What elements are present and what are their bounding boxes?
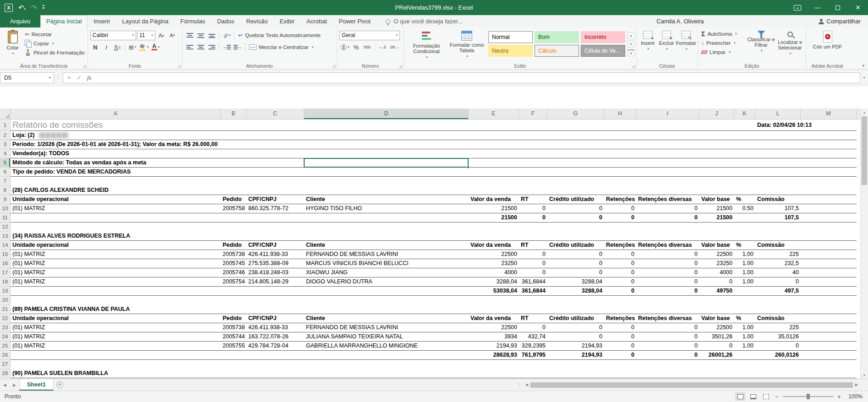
cell-G13[interactable] <box>547 232 604 241</box>
cell-F2[interactable] <box>519 131 547 140</box>
cell-K5[interactable] <box>734 158 755 168</box>
cell-E26[interactable]: 28628,93 <box>469 351 519 360</box>
cell-I20[interactable] <box>636 296 699 305</box>
cell-C17[interactable]: 238.418.248-03 <box>246 268 304 277</box>
cell-H4[interactable] <box>604 149 636 158</box>
cell-F28[interactable] <box>519 369 547 378</box>
cell-L8[interactable] <box>755 186 801 195</box>
cell-H15[interactable]: 0 <box>604 250 636 259</box>
cell-H20[interactable] <box>604 296 636 305</box>
cell-E22[interactable]: Valor da venda <box>469 314 519 323</box>
scroll-up-icon[interactable]: ▲ <box>861 109 868 116</box>
cell-F21[interactable] <box>519 305 547 314</box>
cell-M6[interactable] <box>801 168 857 177</box>
cell-L20[interactable] <box>755 296 801 305</box>
redo-button[interactable]: ↷ <box>31 4 37 11</box>
row-header-10[interactable]: 10 <box>0 204 11 213</box>
cell-I19[interactable]: 0 <box>636 287 699 296</box>
delete-cells-button[interactable]: × Excluir ▾ <box>657 29 676 62</box>
cell-K23[interactable]: 1.00 <box>734 323 755 332</box>
row-header-28[interactable]: 28 <box>0 369 11 378</box>
cell-I3[interactable] <box>636 140 699 149</box>
cell-F14[interactable]: RT <box>519 241 547 250</box>
cell-A16[interactable]: (01) MATRIZ <box>11 259 221 268</box>
sheet-tab-sheet1[interactable]: Sheet1 <box>19 379 54 391</box>
align-middle-button[interactable] <box>196 31 206 40</box>
align-bottom-button[interactable] <box>207 31 217 40</box>
fill-button[interactable]: ↓Preencher▾ <box>700 38 747 48</box>
cell-A11[interactable] <box>11 213 221 223</box>
cell-H16[interactable]: 0 <box>604 259 636 268</box>
cell-F12[interactable] <box>519 223 547 232</box>
cell-B9[interactable]: Pedido <box>221 195 246 204</box>
cell-C13[interactable] <box>246 232 304 241</box>
col-header-I[interactable]: I <box>636 109 699 119</box>
cell-C28[interactable] <box>246 369 304 378</box>
cell-D24[interactable]: JULIANA SAMPAIO TEIXEIRA NATAL <box>304 332 469 342</box>
cell-N28[interactable] <box>857 369 860 378</box>
cell-B18[interactable]: 2005754 <box>221 277 246 287</box>
row-header-13[interactable]: 13 <box>0 232 11 241</box>
tab-arquivo[interactable]: Arquivo <box>0 15 40 27</box>
cell-H17[interactable]: 0 <box>604 268 636 277</box>
cancel-entry-icon[interactable]: × <box>64 74 74 81</box>
sort-filter-button[interactable]: Classificar e Filtrar ▾ <box>747 29 775 62</box>
cell-K17[interactable]: 1.00 <box>734 268 755 277</box>
gallery-down-button[interactable]: ▾ <box>628 41 634 48</box>
cell-D8[interactable] <box>304 186 469 195</box>
cell-F17[interactable]: 0 <box>519 268 547 277</box>
cell-D22[interactable]: Cliente <box>304 314 469 323</box>
cell-J2[interactable] <box>699 131 734 140</box>
zoom-out-button[interactable]: − <box>774 393 780 400</box>
cell-K25[interactable]: 1.00 <box>734 342 755 351</box>
cell-H22[interactable]: Retenções <box>604 314 636 323</box>
cell-I2[interactable] <box>636 131 699 140</box>
cell-N18[interactable] <box>857 277 860 287</box>
cell-N23[interactable] <box>857 323 860 332</box>
align-top-button[interactable] <box>185 31 195 40</box>
cell-M22[interactable] <box>801 314 857 323</box>
cell-M16[interactable] <box>801 259 857 268</box>
cell-J27[interactable] <box>699 360 734 369</box>
cell-N13[interactable] <box>857 232 860 241</box>
decrease-decimal-button[interactable]: .00→ <box>388 43 400 52</box>
row-header-12[interactable]: 12 <box>0 223 11 232</box>
cell-G21[interactable] <box>547 305 604 314</box>
cell-M27[interactable] <box>801 360 857 369</box>
cell-I23[interactable]: 0 <box>636 323 699 332</box>
cell-G22[interactable]: Crédito utilizado <box>547 314 604 323</box>
cell-style-incorreto[interactable]: Incorreto <box>581 31 625 43</box>
cell-N9[interactable] <box>857 195 860 204</box>
cell-G18[interactable]: 3288,04 <box>547 277 604 287</box>
cell-I25[interactable]: 0 <box>636 342 699 351</box>
cell-K2[interactable] <box>734 131 755 140</box>
increase-indent-button[interactable]: → <box>233 43 243 52</box>
alignment-dialog-launcher-icon[interactable]: ◿ <box>333 65 335 68</box>
cell-D14[interactable]: Cliente <box>304 241 469 250</box>
clear-button[interactable]: Limpar▾ <box>700 48 747 57</box>
cell-M18[interactable] <box>801 277 857 287</box>
align-center-button[interactable] <box>196 43 206 52</box>
cell-J14[interactable]: Valor base <box>699 241 734 250</box>
cell-F10[interactable]: 0 <box>519 204 547 213</box>
cell-K16[interactable]: 1.00 <box>734 259 755 268</box>
cell-F13[interactable] <box>519 232 547 241</box>
cell-L11[interactable]: 107,5 <box>755 213 801 223</box>
align-left-button[interactable] <box>185 43 195 52</box>
cell-G7[interactable] <box>547 177 604 186</box>
cell-G8[interactable] <box>547 186 604 195</box>
cell-D1[interactable] <box>304 120 469 131</box>
row-header-5[interactable]: 5 <box>0 158 11 168</box>
cell-D23[interactable]: FERNANDO DE MESSIAS LAVRINI <box>304 323 469 332</box>
cell-A28[interactable]: (90) PAMELA SUELEN BRAMBILLA <box>11 369 221 378</box>
cell-D9[interactable]: Cliente <box>304 195 469 204</box>
cell-L2[interactable] <box>755 131 801 140</box>
tab-formulas[interactable]: Fórmulas <box>175 15 211 27</box>
cell-E16[interactable]: 23250 <box>469 259 519 268</box>
cell-D15[interactable]: FERNANDO DE MESSIAS LAVRINI <box>304 250 469 259</box>
cell-G6[interactable] <box>547 168 604 177</box>
cell-E27[interactable] <box>469 360 519 369</box>
cell-I14[interactable]: Retenções diversas <box>636 241 699 250</box>
cell-M21[interactable] <box>801 305 857 314</box>
cell-B12[interactable] <box>221 223 246 232</box>
